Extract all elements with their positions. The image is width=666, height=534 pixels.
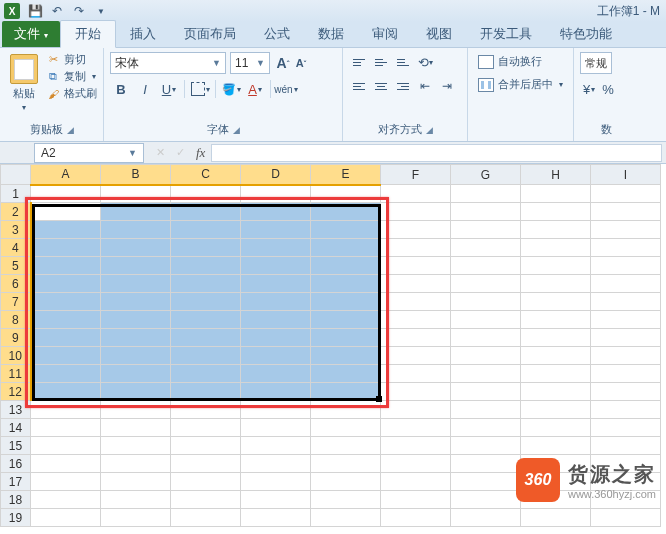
qat-customize-icon[interactable]: ▼ [92,2,110,20]
cell[interactable] [311,473,381,491]
cell[interactable] [171,365,241,383]
tab-page-layout[interactable]: 页面布局 [170,21,250,47]
cell[interactable] [451,275,521,293]
cell[interactable] [171,347,241,365]
column-header[interactable]: B [101,165,171,185]
cell[interactable] [171,203,241,221]
clipboard-launcher-icon[interactable]: ◢ [67,125,74,135]
fill-color-button[interactable]: 🪣▾ [220,78,242,100]
cell[interactable] [311,383,381,401]
column-header[interactable]: C [171,165,241,185]
cell[interactable] [381,185,451,203]
align-middle-button[interactable] [371,52,391,72]
cell[interactable] [591,383,661,401]
cell[interactable] [241,455,311,473]
copy-button[interactable]: ⧉复制▾ [46,69,97,84]
cell[interactable] [311,437,381,455]
row-header[interactable]: 2 [1,203,31,221]
row-header[interactable]: 12 [1,383,31,401]
cell[interactable] [101,293,171,311]
cell[interactable] [451,365,521,383]
cell[interactable] [241,203,311,221]
cell[interactable] [591,293,661,311]
redo-icon[interactable]: ↷ [70,2,88,20]
cell[interactable] [521,347,591,365]
phonetic-button[interactable]: wén▾ [275,78,297,100]
cell[interactable] [31,347,101,365]
cell[interactable] [101,491,171,509]
cell[interactable] [31,311,101,329]
row-header[interactable]: 13 [1,401,31,419]
row-header[interactable]: 18 [1,491,31,509]
cell[interactable] [31,365,101,383]
cell[interactable] [241,275,311,293]
cell[interactable] [591,329,661,347]
cell[interactable] [241,491,311,509]
cell[interactable] [381,401,451,419]
cell[interactable] [171,419,241,437]
cell[interactable] [171,383,241,401]
italic-button[interactable]: I [134,78,156,100]
cell[interactable] [31,239,101,257]
cell[interactable] [311,203,381,221]
tab-data[interactable]: 数据 [304,21,358,47]
cell[interactable] [521,203,591,221]
cell[interactable] [171,185,241,203]
row-header[interactable]: 17 [1,473,31,491]
cell[interactable] [591,239,661,257]
cell[interactable] [31,329,101,347]
column-header[interactable]: G [451,165,521,185]
cell[interactable] [521,419,591,437]
accounting-format-button[interactable]: ¥▾ [580,78,598,100]
cell[interactable] [591,509,661,527]
increase-font-button[interactable]: Aˆ [274,52,292,74]
save-icon[interactable]: 💾 [26,2,44,20]
decrease-indent-button[interactable]: ⇤ [415,76,435,96]
column-header[interactable]: A [31,165,101,185]
cell[interactable] [31,419,101,437]
row-header[interactable]: 4 [1,239,31,257]
cell[interactable] [451,383,521,401]
cell[interactable] [521,257,591,275]
cell[interactable] [451,509,521,527]
row-header[interactable]: 8 [1,311,31,329]
cell[interactable] [451,437,521,455]
increase-indent-button[interactable]: ⇥ [437,76,457,96]
cell[interactable] [241,311,311,329]
tab-special[interactable]: 特色功能 [546,21,626,47]
cell[interactable] [591,401,661,419]
column-header[interactable]: E [311,165,381,185]
cell[interactable] [31,491,101,509]
cell[interactable] [241,239,311,257]
cell[interactable] [521,329,591,347]
column-header[interactable]: I [591,165,661,185]
cell[interactable] [101,509,171,527]
cell[interactable] [311,185,381,203]
row-header[interactable]: 7 [1,293,31,311]
cell[interactable] [101,347,171,365]
cell[interactable] [171,221,241,239]
cell[interactable] [381,473,451,491]
tab-home[interactable]: 开始 [60,20,116,48]
cell[interactable] [101,275,171,293]
cell[interactable] [451,491,521,509]
cell[interactable] [31,257,101,275]
tab-review[interactable]: 审阅 [358,21,412,47]
cell[interactable] [241,437,311,455]
cell[interactable] [451,185,521,203]
cell[interactable] [171,491,241,509]
cell[interactable] [31,455,101,473]
underline-button[interactable]: U▾ [158,78,180,100]
cell[interactable] [31,437,101,455]
row-header[interactable]: 5 [1,257,31,275]
cell[interactable] [591,437,661,455]
cell[interactable] [241,401,311,419]
cell[interactable] [311,257,381,275]
cell[interactable] [101,329,171,347]
cell[interactable] [591,221,661,239]
cell[interactable] [591,275,661,293]
cell[interactable] [311,311,381,329]
cell[interactable] [381,275,451,293]
cell[interactable] [31,383,101,401]
percent-button[interactable]: % [600,78,616,100]
